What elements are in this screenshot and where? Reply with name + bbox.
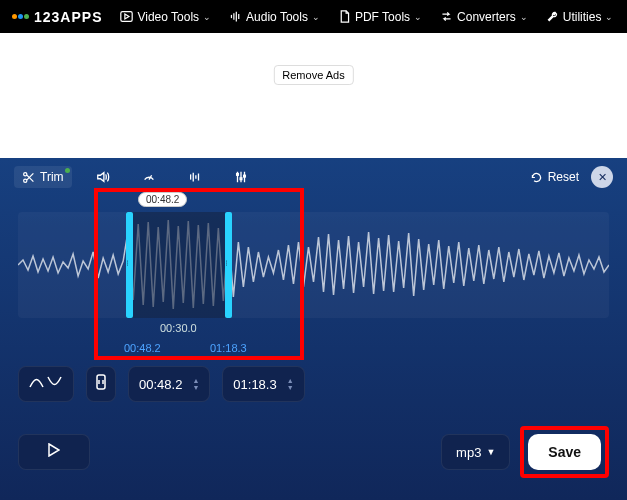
nav-utilities[interactable]: Utilities⌄ (546, 10, 614, 24)
stepper-icon[interactable]: ▲▼ (192, 377, 199, 391)
logo-text: 123APPS (34, 9, 102, 25)
convert-icon (440, 10, 453, 23)
fade-icon (28, 374, 64, 394)
tool-equalizer[interactable] (226, 166, 256, 188)
trim-handle-start[interactable] (126, 212, 133, 318)
controls-row: 00:48.2 ▲▼ 01:18.3 ▲▼ (0, 352, 627, 416)
logo[interactable]: 123APPS (12, 9, 102, 25)
selection-start-label: 00:48.2 (124, 342, 161, 354)
play-rect-icon (120, 10, 133, 23)
editor-toolbar: Trim Reset ✕ (0, 158, 627, 194)
reset-button[interactable]: Reset (530, 170, 579, 184)
chevron-down-icon: ⌄ (312, 12, 320, 22)
volume-icon (96, 170, 110, 184)
selection-end-label: 01:18.3 (210, 342, 247, 354)
chevron-down-icon: ⌄ (520, 12, 528, 22)
stepper-icon[interactable]: ▲▼ (287, 377, 294, 391)
start-time-input[interactable]: 00:48.2 ▲▼ (128, 366, 210, 402)
fade-button[interactable] (18, 366, 74, 402)
nav-video-tools[interactable]: Video Tools⌄ (120, 10, 211, 24)
close-icon: ✕ (598, 171, 607, 184)
caret-down-icon: ▼ (486, 447, 495, 457)
save-button[interactable]: Save (528, 434, 601, 470)
selection-duration: 00:30.0 (160, 322, 197, 334)
speed-icon (142, 170, 156, 184)
cut-mode-toggle[interactable] (86, 366, 116, 402)
tool-volume[interactable] (88, 166, 118, 188)
play-icon (48, 443, 60, 461)
scissors-icon (22, 171, 35, 184)
nav-audio-tools[interactable]: Audio Tools⌄ (229, 10, 320, 24)
nav-pdf-tools[interactable]: PDF Tools⌄ (338, 10, 422, 24)
wrench-icon (546, 10, 559, 23)
format-select[interactable]: mp3 ▼ (441, 434, 510, 470)
top-nav: 123APPS Video Tools⌄ Audio Tools⌄ PDF To… (0, 0, 627, 33)
svg-rect-20 (97, 375, 105, 389)
tool-speed[interactable] (134, 166, 164, 188)
svg-point-5 (24, 172, 27, 175)
remove-ads-button[interactable]: Remove Ads (273, 65, 353, 85)
tool-pitch[interactable] (180, 166, 210, 188)
annotation-box: Save (520, 426, 609, 478)
audio-bars-icon (229, 10, 242, 23)
chevron-down-icon: ⌄ (414, 12, 422, 22)
pitch-bars-icon (188, 170, 202, 184)
waveform-area: 00:48.2 00:30.0 00:48.2 01:18.3 (18, 194, 609, 352)
playhead-tooltip: 00:48.2 (138, 192, 187, 207)
audio-editor: Trim Reset ✕ (0, 158, 627, 500)
sliders-icon (234, 170, 248, 184)
document-icon (338, 10, 351, 23)
undo-icon (530, 171, 543, 184)
trim-handle-end[interactable] (225, 212, 232, 318)
bottom-row: mp3 ▼ Save (0, 416, 627, 496)
chevron-down-icon: ⌄ (203, 12, 211, 22)
play-button[interactable] (18, 434, 90, 470)
chevron-down-icon: ⌄ (605, 12, 613, 22)
keep-region-icon (94, 373, 108, 395)
end-time-input[interactable]: 01:18.3 ▲▼ (222, 366, 304, 402)
nav-converters[interactable]: Converters⌄ (440, 10, 528, 24)
close-button[interactable]: ✕ (591, 166, 613, 188)
waveform-icon (18, 212, 609, 318)
svg-point-6 (24, 179, 27, 182)
selection-overlay[interactable] (126, 212, 230, 318)
logo-dots-icon (12, 14, 29, 19)
svg-rect-0 (121, 12, 132, 22)
waveform-track[interactable] (18, 212, 609, 318)
tool-trim[interactable]: Trim (14, 166, 72, 188)
